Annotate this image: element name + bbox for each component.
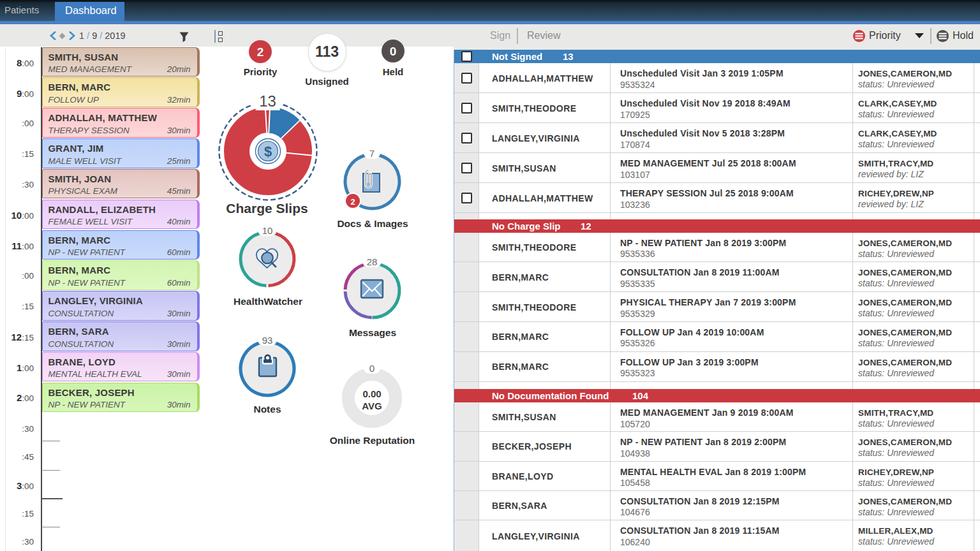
svg-text:$: $ [264,143,271,159]
